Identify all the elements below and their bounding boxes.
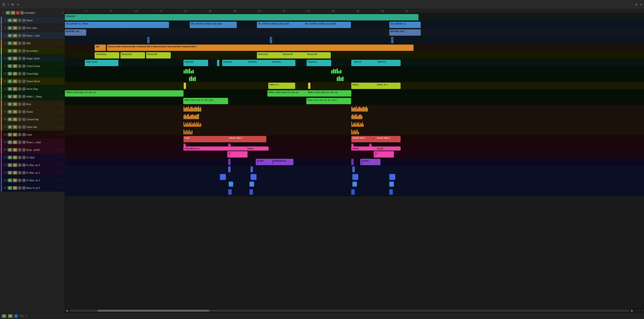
track-20-mute[interactable]: M bbox=[8, 148, 12, 152]
clip-fx-background-1[interactable]: Fx Backgroun... ⚙ bbox=[271, 159, 293, 165]
track-22-solo[interactable]: S bbox=[13, 163, 17, 167]
track-23-solo[interactable]: S bbox=[13, 171, 17, 174]
track-23-mute[interactable]: M bbox=[8, 171, 12, 174]
clip-perc-1[interactable]: MYSTRO_102... bbox=[65, 29, 86, 36]
clip-fx-bac2-2[interactable] bbox=[250, 182, 254, 187]
track-3-solo[interactable]: S bbox=[13, 19, 17, 22]
track-21-mute[interactable]: M bbox=[8, 156, 12, 159]
clip-magic-swell-3[interactable] bbox=[217, 60, 219, 66]
clip-fx-bac2-1[interactable] bbox=[229, 182, 233, 187]
transport-m-button[interactable]: M bbox=[2, 314, 6, 318]
clip-accord-4[interactable]: Nexus3.39 bbox=[257, 52, 282, 59]
clip-fx-bac3-1[interactable] bbox=[228, 166, 230, 172]
track-6-mute[interactable]: M bbox=[8, 42, 12, 45]
clip-chant-wooh-1[interactable] bbox=[184, 83, 186, 89]
master-arrow-button[interactable]: ◀ bbox=[20, 11, 24, 15]
track-7-mute[interactable]: M bbox=[8, 49, 12, 53]
clip-pianorsed-mix2[interactable]: Mix bbox=[270, 37, 272, 43]
list-icon[interactable]: ≡ bbox=[636, 3, 637, 6]
clip-accord-6[interactable]: Nexus3.39 bbox=[306, 52, 331, 59]
clip-bass-2[interactable] bbox=[250, 189, 253, 195]
track-14-solo[interactable]: S bbox=[13, 102, 17, 106]
track-16-solo[interactable]: S bbox=[13, 118, 17, 121]
track-12-mute[interactable]: M bbox=[8, 87, 12, 91]
zoom-minus[interactable]: ─ bbox=[638, 309, 640, 312]
track-21-solo[interactable]: S bbox=[13, 156, 17, 159]
track-11-solo[interactable]: S bbox=[13, 80, 17, 83]
track-10-solo[interactable]: S bbox=[13, 72, 17, 76]
transport-power-icon[interactable] bbox=[14, 314, 18, 318]
clip-fx-bac1-3[interactable] bbox=[352, 174, 358, 180]
scroll-left-arrow[interactable]: ◀ bbox=[66, 309, 68, 312]
clip-fx-bac3-2[interactable] bbox=[352, 166, 355, 172]
clip-accord-3[interactable]: Nexus3.39 bbox=[146, 52, 171, 59]
clip-piano-4[interactable]: SD_CAICOS_melody_loop_back bbox=[304, 22, 351, 28]
clip-drop-synth-1[interactable]: Fx ⚙ bbox=[227, 151, 248, 157]
clip-perc-2[interactable]: MYSTRO_102... bbox=[389, 29, 421, 36]
clip-magic-swell-7[interactable]: Pigments bbox=[306, 60, 331, 66]
clip-pmsa-fx-1[interactable]: PMSA_fx_... bbox=[268, 83, 295, 89]
clip-fx-back-2[interactable]: Fx Bac! ⚙ bbox=[360, 159, 380, 165]
clip-bass-1[interactable] bbox=[228, 189, 232, 195]
clip-adlib-2[interactable]: PMSA_vocal_loop_117_Gm_eyes l bbox=[306, 98, 351, 104]
clip-piano-3[interactable]: SD_CAICOS_melody_loop_back bbox=[257, 22, 304, 28]
clip-fx-bac3-3[interactable] bbox=[250, 166, 253, 172]
track-25-mute[interactable]: M bbox=[8, 186, 12, 190]
clip-lead-serum-1[interactable]: Serum Take 2 bbox=[228, 136, 266, 142]
clip-adlib-1[interactable]: PMSA_vocal_loop_117_Gm_eyes l bbox=[183, 98, 228, 104]
track-9-solo[interactable]: S bbox=[13, 64, 17, 68]
clip-pmsa-vocal-2[interactable]: PMSA_vocal_loop_117_Gm_ey bbox=[268, 90, 312, 97]
track-15-solo[interactable]: S bbox=[13, 110, 17, 114]
clip-accord-5[interactable]: Nexus3.39 bbox=[282, 52, 306, 59]
clip-lead-1[interactable]: Lead bbox=[184, 136, 228, 142]
track-18-solo[interactable]: S bbox=[13, 133, 17, 136]
track-9-mute[interactable]: M bbox=[8, 64, 12, 68]
clip-magic-swell-8[interactable]: Pigments bbox=[351, 60, 376, 66]
menu-icon[interactable]: ☰ bbox=[2, 3, 5, 6]
track-22-mute[interactable]: M bbox=[8, 163, 12, 167]
clip-fx-bac1-1[interactable] bbox=[220, 174, 226, 180]
clip-chant-wooh-2[interactable] bbox=[308, 83, 310, 89]
zoom-dropdown-icon[interactable]: ▾ bbox=[26, 315, 27, 317]
transport-s-button[interactable]: S bbox=[8, 314, 12, 318]
clip-unmaster-1[interactable]: Unmaster bbox=[65, 14, 418, 20]
clip-piano-note-1[interactable] bbox=[124, 22, 169, 28]
track-5-solo[interactable]: S bbox=[13, 34, 17, 38]
master-record-button[interactable] bbox=[16, 11, 20, 15]
clip-magic-swell-1[interactable]: Magic Swell bbox=[85, 60, 118, 66]
track-14-mute[interactable]: M bbox=[8, 102, 12, 106]
info-icon[interactable]: i bbox=[8, 3, 8, 6]
track-13-solo[interactable]: S bbox=[13, 95, 17, 98]
clip-piano-2[interactable]: SD_CAICOS_melody_loop_back bbox=[190, 22, 237, 28]
track-13-mute[interactable]: M bbox=[8, 95, 12, 98]
track-12-solo[interactable]: S bbox=[13, 87, 17, 91]
clip-magic-swell-9[interactable] bbox=[352, 60, 354, 66]
track-24-mute[interactable]: M bbox=[8, 179, 12, 182]
track-15-mute[interactable]: M bbox=[8, 110, 12, 114]
clip-accord-1[interactable]: Accordeon bbox=[95, 52, 119, 59]
track-3-mute[interactable]: M bbox=[8, 19, 12, 22]
track-4-mute[interactable]: M bbox=[8, 26, 12, 30]
track-6-solo[interactable]: S bbox=[13, 42, 17, 45]
track-20-solo[interactable]: S bbox=[13, 148, 17, 152]
track-11-mute[interactable]: M bbox=[8, 80, 12, 83]
clip-accord-2[interactable]: Nexus3.39 bbox=[120, 52, 145, 59]
master-solo-button[interactable]: S bbox=[11, 11, 15, 15]
clip-pmsa-fx-2[interactable]: PMSA_fx_s bbox=[376, 83, 400, 89]
track-18-mute[interactable]: M bbox=[8, 133, 12, 136]
track-8-mute[interactable]: M bbox=[8, 57, 12, 60]
track-10-mute[interactable]: M bbox=[8, 72, 12, 76]
clip-magic-swell-2[interactable]: Pigments bbox=[184, 60, 208, 66]
clip-bass-4[interactable] bbox=[389, 189, 393, 195]
scroll-right-arrow[interactable]: ▶ bbox=[631, 309, 633, 312]
clip-pianorsed-mix3[interactable]: Mix bbox=[391, 37, 394, 43]
horizontal-scrollbar[interactable] bbox=[70, 310, 630, 311]
clip-piano-5[interactable]: SD_CAICOS_m... bbox=[389, 22, 421, 28]
track-17-mute[interactable]: M bbox=[8, 125, 12, 129]
track-7-solo[interactable]: S bbox=[13, 49, 17, 53]
clip-fx-bac2-3[interactable] bbox=[352, 182, 357, 187]
clip-pmsa-2[interactable]: PMSA... bbox=[351, 83, 376, 89]
track-16-mute[interactable]: M bbox=[8, 118, 12, 121]
settings-icon[interactable]: ⚙ bbox=[11, 3, 14, 6]
clip-drop-synth-2[interactable]: Fx ! ⚙ bbox=[374, 151, 394, 157]
